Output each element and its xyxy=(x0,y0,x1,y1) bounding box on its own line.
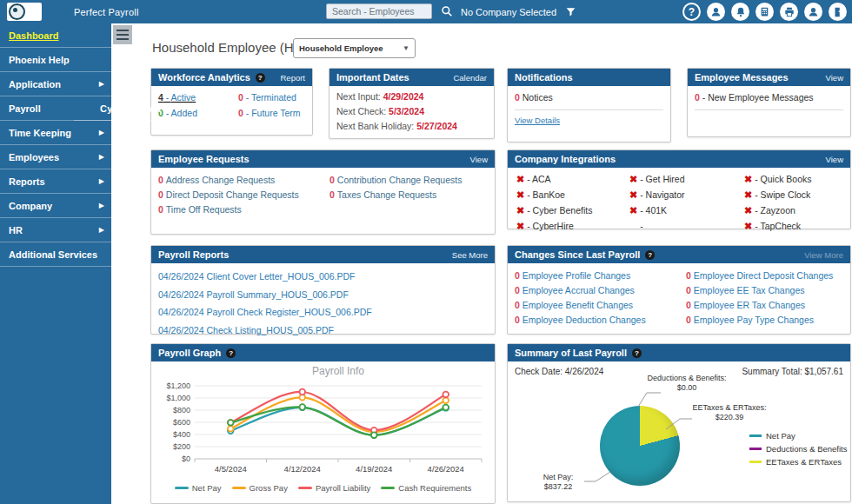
request-stat[interactable]: 0Contribution Change Requests xyxy=(329,175,488,186)
help-tooltip-icon[interactable]: ? xyxy=(226,348,236,358)
bell-icon[interactable] xyxy=(731,3,749,21)
sidebar-item[interactable]: CyberPayroll ▶ xyxy=(74,96,174,121)
pie-callout-deductions: Deductions & Benefits:$0.00 xyxy=(638,374,736,393)
search-icon[interactable] xyxy=(441,5,453,17)
top-bar: Perfect Payroll No Company Selected ? xyxy=(0,0,852,23)
integration-status: ✖ - 401K xyxy=(629,205,744,216)
integration-status: ✖ - xyxy=(629,221,744,232)
integration-status: ✖ - BanKoe xyxy=(516,189,629,201)
sidebar-item[interactable]: Employees ▶ xyxy=(0,145,111,169)
view-link[interactable]: View xyxy=(826,73,843,83)
card-title: Important Dates xyxy=(336,72,409,83)
sidebar-item[interactable]: Company ▶ xyxy=(0,194,111,218)
svg-text:$1,000: $1,000 xyxy=(166,394,190,402)
card-title: Employee Messages xyxy=(695,72,789,83)
summary-total-label: Summary Total: $1,057.61 xyxy=(742,367,843,376)
change-stat[interactable]: 0Employee ER Tax Changes xyxy=(686,300,843,311)
logo-emblem-icon xyxy=(9,3,25,20)
app-logo[interactable] xyxy=(7,3,42,21)
divider xyxy=(695,109,843,110)
svg-text:$200: $200 xyxy=(173,442,190,451)
pie-callout-netpay: Net Pay:$837.22 xyxy=(532,473,584,492)
date-row: Next Input: 4/29/2024 xyxy=(336,91,487,106)
request-stat[interactable]: 0Taxes Change Requests xyxy=(329,189,488,201)
x-status-icon: ✖ xyxy=(516,205,524,216)
card-title: Changes Since Last Payroll xyxy=(515,249,640,260)
svg-text:4/19/2024: 4/19/2024 xyxy=(356,464,392,474)
account-icon[interactable] xyxy=(804,3,822,21)
x-status-icon: ✖ xyxy=(516,174,524,184)
pie-chart-legend: Net PayDeductions & BenefitsEETaxes & ER… xyxy=(749,431,847,467)
x-status-icon: ✖ xyxy=(744,221,752,231)
help-icon[interactable]: ? xyxy=(682,3,701,21)
workforce-stat[interactable]: 0 - Future Term xyxy=(238,108,305,123)
legend-item: Net Pay xyxy=(749,431,847,441)
payroll-graph-card: Payroll Graph? Payroll Info$0$200$400$60… xyxy=(150,343,496,504)
integration-status: ✖ - Swipe Clock xyxy=(744,189,843,201)
sidebar-item[interactable]: HR ▶ xyxy=(0,218,111,242)
integration-status: ✖ - Quick Books xyxy=(744,174,843,185)
sidebar-item[interactable]: Additional Services ▶ xyxy=(0,242,111,267)
report-file-link[interactable]: 04/26/2024 Payroll Summary_HOUS_006.PDF xyxy=(158,289,488,300)
sidebar-item[interactable]: Time Keeping ▶ xyxy=(0,121,111,145)
workforce-stat[interactable]: 0 - Terminated xyxy=(238,92,305,107)
request-stat[interactable]: 0Direct Deposit Change Requests xyxy=(158,189,329,201)
request-stat[interactable]: 0Address Change Requests xyxy=(158,175,329,186)
svg-text:Payroll Info: Payroll Info xyxy=(312,365,364,377)
svg-text:$600: $600 xyxy=(173,418,190,427)
help-tooltip-icon[interactable]: ? xyxy=(632,348,642,358)
change-stat[interactable]: 0Employee Accrual Changes xyxy=(515,285,686,296)
sidebar-item[interactable]: Dashboard ▶ xyxy=(0,23,111,48)
report-file-link[interactable]: 04/26/2024 Client Cover Letter_HOUS_006.… xyxy=(158,271,488,282)
report-file-link[interactable]: 04/26/2024 Check Listing_HOUS_005.PDF xyxy=(158,325,488,335)
sidebar-item[interactable]: Reports ▶ xyxy=(0,169,111,194)
integration-status: ✖ - Zayzoon xyxy=(744,205,843,216)
request-stat[interactable]: 0Time Off Requests xyxy=(158,204,329,216)
chevron-right-icon: ▶ xyxy=(99,226,104,234)
integration-status: ✖ - Cyber Benefits xyxy=(516,205,629,216)
change-stat[interactable]: 0Employee Benefit Changes xyxy=(515,300,686,311)
change-stat[interactable]: 0Employee Direct Deposit Changes xyxy=(686,270,843,282)
integration-status: ✖ - TapCheck xyxy=(744,221,843,232)
view-link[interactable]: View xyxy=(826,155,843,164)
chevron-right-icon: ▶ xyxy=(99,153,104,161)
change-stat[interactable]: 0Employee Deduction Changes xyxy=(515,315,686,326)
user-icon[interactable] xyxy=(707,3,725,21)
menu-toggle-icon[interactable] xyxy=(113,25,132,44)
legend-item: Net Pay xyxy=(175,483,222,493)
report-file-link[interactable]: 04/26/2024 Payroll Check Register_HOUS_0… xyxy=(158,307,488,317)
legend-item: Cash Requirements xyxy=(381,483,471,493)
help-tooltip-icon[interactable]: ? xyxy=(645,250,655,260)
card-title: Notifications xyxy=(515,72,573,83)
payroll-pie-chart xyxy=(600,406,680,486)
change-stat[interactable]: 0Employee EE Tax Changes xyxy=(686,285,843,296)
chevron-right-icon: ▶ xyxy=(99,129,104,136)
report-link[interactable]: Report xyxy=(280,73,305,83)
search-input[interactable] xyxy=(326,3,432,19)
view-details-link[interactable]: View Details xyxy=(515,116,560,125)
printer-icon[interactable] xyxy=(780,3,798,21)
calendar-link[interactable]: Calendar xyxy=(453,73,487,83)
company-type-select[interactable]: Household Employee▼ xyxy=(293,38,416,58)
logout-icon[interactable] xyxy=(829,3,847,21)
view-more-link[interactable]: View More xyxy=(804,250,843,260)
request-stat[interactable] xyxy=(329,204,488,216)
see-more-link[interactable]: See More xyxy=(452,250,488,260)
calculator-icon[interactable] xyxy=(755,3,774,21)
legend-item: Payroll Liability xyxy=(298,483,370,493)
date-row: Next Check: 5/3/2024 xyxy=(336,106,487,121)
pie-callout-taxes: EETaxes & ERTaxes:$220.39 xyxy=(678,403,781,422)
help-tooltip-icon[interactable]: ? xyxy=(256,73,265,83)
company-selected-label: No Company Selected xyxy=(461,7,556,17)
sidebar-item[interactable]: Phoenix Help ▶ xyxy=(0,48,111,72)
x-status-icon: ✖ xyxy=(516,221,524,231)
card-title: Summary of Last Payroll xyxy=(515,348,627,358)
x-status-icon: ✖ xyxy=(629,189,637,200)
sidebar-item[interactable]: Application ▶ xyxy=(0,72,111,96)
change-stat[interactable]: 0Employee Pay Type Changes xyxy=(686,315,843,326)
integration-status: ✖ - CyberHire xyxy=(516,221,629,232)
view-link[interactable]: View xyxy=(470,155,488,164)
change-stat[interactable]: 0Employee Profile Changes xyxy=(515,270,686,282)
filter-icon[interactable] xyxy=(565,6,576,17)
employee-messages-card: Employee MessagesView 0 - New Employee M… xyxy=(687,68,851,137)
